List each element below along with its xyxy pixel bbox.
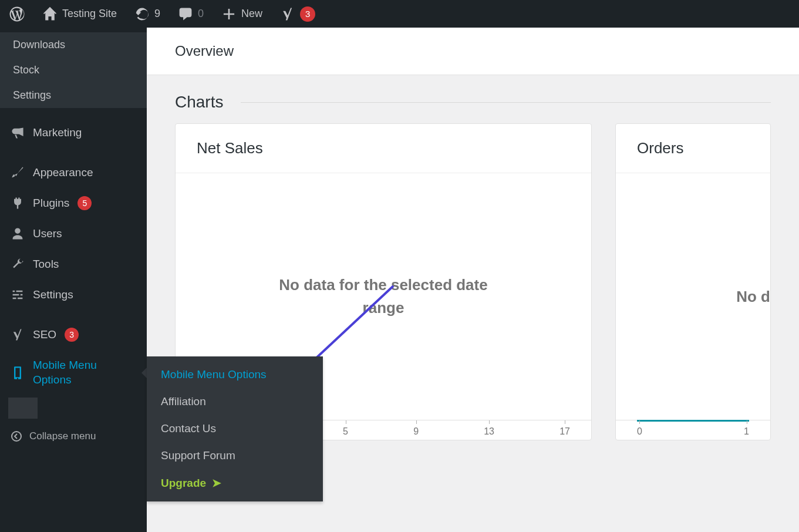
user-icon	[11, 227, 25, 241]
divider	[241, 102, 771, 103]
new-label: New	[241, 8, 262, 20]
axis-tick: 13	[484, 420, 494, 437]
sidebar-item-label: Settings	[33, 288, 73, 301]
flyout-item-support[interactable]: Support Forum	[147, 442, 323, 469]
new-content[interactable]: New	[217, 0, 267, 28]
wrench-icon	[11, 257, 25, 271]
sidebar-item-label: Marketing	[33, 126, 82, 139]
sidebar-item-appearance[interactable]: Appearance	[0, 157, 147, 188]
comments-count: 0	[198, 8, 204, 20]
sidebar-item-tools[interactable]: Tools	[0, 249, 147, 280]
sidebar-item-mobile-menu[interactable]: Mobile Menu Options	[0, 350, 147, 395]
yoast-badge: 3	[300, 6, 315, 22]
charts-title: Charts	[175, 93, 223, 112]
sidebar-item-seo[interactable]: SEO 3	[0, 319, 147, 350]
wp-logo[interactable]	[5, 0, 29, 28]
svg-point-0	[12, 432, 21, 441]
brush-icon	[11, 166, 25, 180]
arrow-right-icon: ➤	[212, 476, 221, 490]
sidebar-divider-box	[8, 398, 38, 419]
collapse-label: Collapse menu	[29, 430, 96, 442]
sidebar-item-label: Tools	[33, 258, 59, 271]
sidebar-item-users[interactable]: Users	[0, 218, 147, 249]
site-name: Testing Site	[62, 8, 117, 20]
admin-sidebar: Downloads Stock Settings Marketing Appea…	[0, 28, 147, 532]
plugins-badge: 5	[77, 196, 92, 210]
sidebar-item-plugins[interactable]: Plugins 5	[0, 188, 147, 218]
update-icon	[134, 6, 150, 22]
flyout-item-upgrade[interactable]: Upgrade ➤	[147, 469, 323, 497]
mobile-icon	[11, 366, 25, 380]
card-title: Orders	[616, 124, 770, 173]
sidebar-item-label: Plugins	[33, 197, 69, 210]
sidebar-item-label: Mobile Menu Options	[33, 358, 136, 387]
axis-tick: 9	[413, 420, 419, 437]
updates[interactable]: 9	[130, 0, 165, 28]
wordpress-icon	[9, 6, 25, 22]
axis-tick: 0	[637, 420, 642, 437]
comment-icon	[178, 6, 193, 22]
overview-section: Overview	[147, 28, 799, 75]
sidebar-item-settings[interactable]: Settings	[0, 280, 147, 310]
axis-tick: 5	[343, 420, 348, 437]
yoast-icon	[280, 6, 295, 22]
sidebar-item-label: Appearance	[33, 166, 93, 179]
flyout-item-mobile-menu-options[interactable]: Mobile Menu Options	[147, 361, 323, 388]
sidebar-sub-stock[interactable]: Stock	[0, 58, 147, 83]
chart-x-axis: 0 1	[616, 420, 770, 440]
megaphone-icon	[11, 126, 25, 140]
mobile-menu-flyout: Mobile Menu Options Affiliation Contact …	[147, 356, 323, 501]
flyout-item-contact[interactable]: Contact Us	[147, 415, 323, 442]
site-home[interactable]: Testing Site	[38, 0, 122, 28]
axis-tick: 1	[744, 420, 749, 437]
yoast-icon	[11, 328, 25, 342]
sidebar-item-label: SEO	[33, 328, 56, 341]
seo-badge: 3	[65, 328, 79, 342]
card-title: Net Sales	[176, 124, 591, 173]
page-title: Overview	[147, 28, 799, 75]
axis-tick: 17	[559, 420, 570, 437]
comments[interactable]: 0	[173, 0, 208, 28]
sidebar-sub-settings[interactable]: Settings	[0, 83, 147, 108]
sidebar-item-marketing[interactable]: Marketing	[0, 117, 147, 148]
flyout-item-affiliation[interactable]: Affiliation	[147, 388, 323, 415]
updates-count: 9	[154, 8, 160, 20]
collapse-menu[interactable]: Collapse menu	[0, 423, 147, 449]
plus-icon	[221, 6, 237, 22]
plug-icon	[11, 196, 25, 210]
sidebar-item-label: Users	[33, 227, 62, 240]
sidebar-sub-downloads[interactable]: Downloads	[0, 32, 147, 58]
chart-card-orders: Orders No d 0 1	[615, 123, 771, 440]
admin-bar: Testing Site 9 0 New 3	[0, 0, 799, 28]
sliders-icon	[11, 288, 25, 302]
charts-header: Charts	[147, 75, 799, 123]
yoast-seo[interactable]: 3	[275, 0, 320, 28]
chart-line	[637, 420, 749, 422]
home-icon	[42, 6, 58, 22]
no-data-message: No d	[616, 173, 770, 420]
